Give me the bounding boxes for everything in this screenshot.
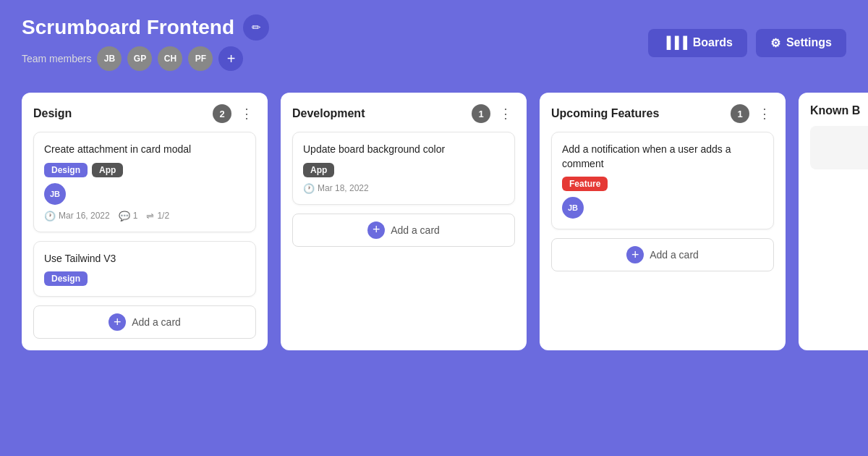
meta-checklist-value: 1/2 [157, 211, 169, 221]
tag-app-bg: App [303, 163, 334, 177]
add-card-upcoming-label: Add a card [650, 249, 699, 261]
header-left: Scrumboard Frontend ✏ Team members JB GP… [22, 14, 269, 71]
column-known-bugs: Known B [799, 93, 868, 350]
add-card-development-button[interactable]: + Add a card [292, 214, 515, 247]
clock-icon: 🕐 [44, 211, 56, 221]
add-card-design-button[interactable]: + Add a card [33, 305, 256, 339]
add-card-design-label: Add a card [132, 316, 181, 328]
card-notification-avatar: JB [562, 197, 584, 219]
header-right: ▐▐▐ Boards ⚙ Settings [648, 29, 846, 57]
card-create-attachment-avatar: JB [44, 183, 66, 205]
add-card-upcoming-icon: + [626, 246, 644, 263]
card-create-attachment-title: Create attachment in card modal [44, 143, 245, 157]
team-label: Team members [22, 53, 91, 64]
card-background-color-title: Update board background color [303, 143, 504, 157]
meta-comments: 💬 1 [119, 211, 138, 221]
boards-icon: ▐▐▐ [663, 36, 687, 49]
avatar-gp[interactable]: GP [127, 46, 152, 71]
column-development: Development 1 ⋮ Update board background … [281, 93, 527, 350]
add-member-button[interactable]: + [218, 46, 243, 71]
meta-date: 🕐 Mar 16, 2022 [44, 211, 110, 221]
card-create-attachment: Create attachment in card modal Design A… [33, 132, 256, 232]
card-notification-tags: Feature [562, 177, 763, 191]
add-card-design-icon: + [109, 313, 126, 331]
column-upcoming: Upcoming Features 1 ⋮ Add a notification… [540, 93, 786, 350]
column-known-bugs-title: Known B [810, 104, 860, 117]
meta-date-dev-value: Mar 18, 2022 [318, 183, 369, 193]
card-notification-title: Add a notification when a user adds a co… [562, 143, 763, 171]
column-development-header-right: 1 ⋮ [472, 104, 515, 123]
edit-button[interactable]: ✏ [243, 14, 269, 41]
settings-icon: ⚙ [770, 36, 780, 50]
boards-area: Design 2 ⋮ Create attachment in card mod… [0, 78, 868, 365]
comment-icon: 💬 [119, 211, 130, 221]
avatar-ch[interactable]: CH [158, 46, 182, 71]
add-card-development-icon: + [367, 221, 385, 239]
header: Scrumboard Frontend ✏ Team members JB GP… [0, 0, 868, 78]
tag-design: Design [44, 163, 88, 177]
boards-label: Boards [693, 36, 733, 49]
tag-app: App [92, 163, 123, 177]
meta-date-value: Mar 16, 2022 [59, 211, 110, 221]
card-background-color: Update board background color App 🕐 Mar … [292, 132, 515, 205]
column-development-count: 1 [472, 104, 490, 123]
card-background-color-tags: App [303, 163, 504, 177]
column-upcoming-title: Upcoming Features [551, 107, 659, 120]
tag-feature: Feature [562, 177, 608, 191]
column-upcoming-header-right: 1 ⋮ [731, 104, 774, 123]
column-design-more-button[interactable]: ⋮ [237, 104, 256, 123]
column-upcoming-count: 1 [731, 104, 749, 123]
column-upcoming-more-button[interactable]: ⋮ [755, 104, 774, 123]
meta-comments-value: 1 [133, 211, 138, 221]
add-card-development-label: Add a card [391, 224, 440, 236]
app-title: Scrumboard Frontend [22, 16, 234, 39]
meta-date-dev: 🕐 Mar 18, 2022 [303, 183, 369, 194]
column-design-header-right: 2 ⋮ [213, 104, 256, 123]
column-design: Design 2 ⋮ Create attachment in card mod… [22, 93, 268, 350]
title-row: Scrumboard Frontend ✏ [22, 14, 269, 41]
meta-checklist: ⇌ 1/2 [146, 211, 169, 221]
card-notification: Add a notification when a user adds a co… [551, 132, 774, 229]
card-background-color-meta: 🕐 Mar 18, 2022 [303, 183, 504, 194]
boards-button[interactable]: ▐▐▐ Boards [648, 29, 747, 57]
add-card-upcoming-button[interactable]: + Add a card [551, 238, 774, 271]
team-row: Team members JB GP CH PF + [22, 46, 269, 71]
column-development-title: Development [292, 107, 365, 120]
column-design-header: Design 2 ⋮ [33, 104, 256, 123]
card-create-attachment-tags: Design App [44, 163, 245, 177]
card-tailwind-title: Use Tailwind V3 [44, 252, 245, 266]
column-development-more-button[interactable]: ⋮ [496, 104, 515, 123]
settings-button[interactable]: ⚙ Settings [756, 29, 846, 57]
column-development-header: Development 1 ⋮ [292, 104, 515, 123]
card-create-attachment-meta: 🕐 Mar 16, 2022 💬 1 ⇌ 1/2 [44, 211, 245, 221]
partial-card [810, 126, 868, 169]
card-tailwind-tags: Design [44, 271, 245, 286]
clock-icon-dev: 🕐 [303, 183, 315, 194]
column-design-title: Design [33, 107, 72, 120]
avatar-jb[interactable]: JB [97, 46, 122, 71]
avatar-pf[interactable]: PF [188, 46, 213, 71]
checklist-icon: ⇌ [146, 211, 154, 221]
column-upcoming-header: Upcoming Features 1 ⋮ [551, 104, 774, 123]
tag-design-tailwind: Design [44, 271, 88, 286]
card-tailwind: Use Tailwind V3 Design [33, 241, 256, 297]
column-known-bugs-header: Known B [810, 104, 868, 117]
column-design-count: 2 [213, 104, 231, 123]
settings-label: Settings [786, 36, 832, 49]
